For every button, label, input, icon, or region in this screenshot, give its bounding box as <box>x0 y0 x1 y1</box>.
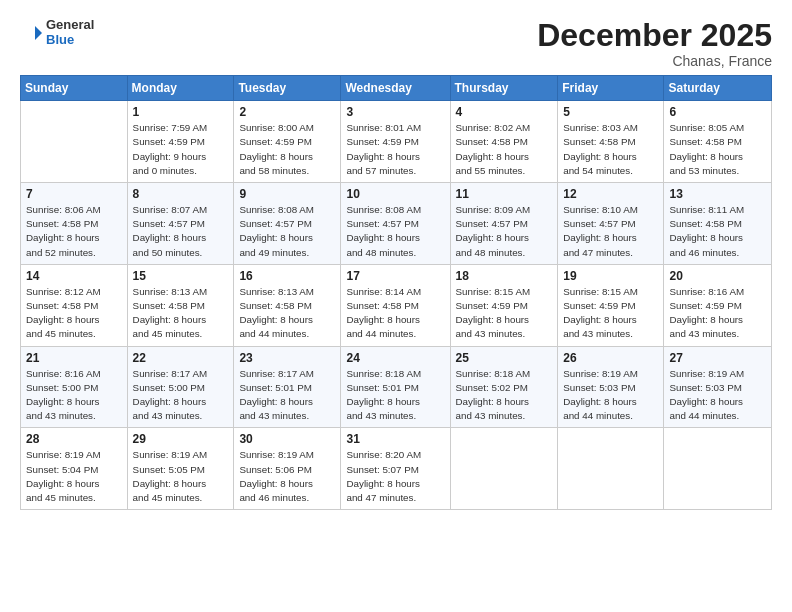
logo: General Blue <box>20 18 94 48</box>
calendar-cell: 29Sunrise: 8:19 AM Sunset: 5:05 PM Dayli… <box>127 428 234 510</box>
day-info: Sunrise: 8:20 AM Sunset: 5:07 PM Dayligh… <box>346 448 444 505</box>
day-number: 8 <box>133 187 229 201</box>
day-info: Sunrise: 8:18 AM Sunset: 5:01 PM Dayligh… <box>346 367 444 424</box>
calendar-cell: 15Sunrise: 8:13 AM Sunset: 4:58 PM Dayli… <box>127 264 234 346</box>
day-number: 28 <box>26 432 122 446</box>
day-number: 6 <box>669 105 766 119</box>
calendar-cell <box>21 101 128 183</box>
day-info: Sunrise: 8:19 AM Sunset: 5:03 PM Dayligh… <box>563 367 658 424</box>
day-info: Sunrise: 8:16 AM Sunset: 4:59 PM Dayligh… <box>669 285 766 342</box>
calendar-cell: 4Sunrise: 8:02 AM Sunset: 4:58 PM Daylig… <box>450 101 558 183</box>
calendar-cell: 11Sunrise: 8:09 AM Sunset: 4:57 PM Dayli… <box>450 183 558 265</box>
day-info: Sunrise: 8:19 AM Sunset: 5:05 PM Dayligh… <box>133 448 229 505</box>
calendar-body: 1Sunrise: 7:59 AM Sunset: 4:59 PM Daylig… <box>21 101 772 510</box>
day-number: 23 <box>239 351 335 365</box>
calendar-cell: 24Sunrise: 8:18 AM Sunset: 5:01 PM Dayli… <box>341 346 450 428</box>
weekday-header: Thursday <box>450 76 558 101</box>
day-info: Sunrise: 8:19 AM Sunset: 5:03 PM Dayligh… <box>669 367 766 424</box>
calendar-cell <box>664 428 772 510</box>
day-info: Sunrise: 8:00 AM Sunset: 4:59 PM Dayligh… <box>239 121 335 178</box>
day-number: 17 <box>346 269 444 283</box>
calendar-cell: 2Sunrise: 8:00 AM Sunset: 4:59 PM Daylig… <box>234 101 341 183</box>
calendar-cell: 30Sunrise: 8:19 AM Sunset: 5:06 PM Dayli… <box>234 428 341 510</box>
weekday-row: SundayMondayTuesdayWednesdayThursdayFrid… <box>21 76 772 101</box>
day-number: 13 <box>669 187 766 201</box>
weekday-header: Friday <box>558 76 664 101</box>
day-number: 5 <box>563 105 658 119</box>
calendar-week-row: 7Sunrise: 8:06 AM Sunset: 4:58 PM Daylig… <box>21 183 772 265</box>
day-info: Sunrise: 8:08 AM Sunset: 4:57 PM Dayligh… <box>346 203 444 260</box>
day-info: Sunrise: 8:07 AM Sunset: 4:57 PM Dayligh… <box>133 203 229 260</box>
day-info: Sunrise: 8:14 AM Sunset: 4:58 PM Dayligh… <box>346 285 444 342</box>
day-info: Sunrise: 8:01 AM Sunset: 4:59 PM Dayligh… <box>346 121 444 178</box>
day-info: Sunrise: 8:02 AM Sunset: 4:58 PM Dayligh… <box>456 121 553 178</box>
day-number: 11 <box>456 187 553 201</box>
day-info: Sunrise: 8:18 AM Sunset: 5:02 PM Dayligh… <box>456 367 553 424</box>
day-info: Sunrise: 8:10 AM Sunset: 4:57 PM Dayligh… <box>563 203 658 260</box>
calendar-cell: 8Sunrise: 8:07 AM Sunset: 4:57 PM Daylig… <box>127 183 234 265</box>
day-number: 21 <box>26 351 122 365</box>
header: General Blue December 2025 Chanas, Franc… <box>20 18 772 69</box>
calendar-cell: 10Sunrise: 8:08 AM Sunset: 4:57 PM Dayli… <box>341 183 450 265</box>
day-info: Sunrise: 8:16 AM Sunset: 5:00 PM Dayligh… <box>26 367 122 424</box>
day-number: 26 <box>563 351 658 365</box>
logo-svg <box>20 22 42 44</box>
logo-blue: Blue <box>46 33 94 48</box>
calendar-table: SundayMondayTuesdayWednesdayThursdayFrid… <box>20 75 772 510</box>
weekday-header: Wednesday <box>341 76 450 101</box>
calendar-cell: 1Sunrise: 7:59 AM Sunset: 4:59 PM Daylig… <box>127 101 234 183</box>
weekday-header: Tuesday <box>234 76 341 101</box>
day-number: 22 <box>133 351 229 365</box>
calendar-cell <box>558 428 664 510</box>
day-number: 9 <box>239 187 335 201</box>
day-info: Sunrise: 8:05 AM Sunset: 4:58 PM Dayligh… <box>669 121 766 178</box>
day-info: Sunrise: 8:17 AM Sunset: 5:00 PM Dayligh… <box>133 367 229 424</box>
calendar-cell: 19Sunrise: 8:15 AM Sunset: 4:59 PM Dayli… <box>558 264 664 346</box>
calendar-cell: 17Sunrise: 8:14 AM Sunset: 4:58 PM Dayli… <box>341 264 450 346</box>
calendar-week-row: 1Sunrise: 7:59 AM Sunset: 4:59 PM Daylig… <box>21 101 772 183</box>
weekday-header: Monday <box>127 76 234 101</box>
day-number: 18 <box>456 269 553 283</box>
day-number: 14 <box>26 269 122 283</box>
calendar-cell: 22Sunrise: 8:17 AM Sunset: 5:00 PM Dayli… <box>127 346 234 428</box>
svg-marker-0 <box>35 26 42 40</box>
calendar-cell: 7Sunrise: 8:06 AM Sunset: 4:58 PM Daylig… <box>21 183 128 265</box>
day-number: 4 <box>456 105 553 119</box>
calendar-cell: 14Sunrise: 8:12 AM Sunset: 4:58 PM Dayli… <box>21 264 128 346</box>
day-number: 1 <box>133 105 229 119</box>
day-number: 24 <box>346 351 444 365</box>
calendar-cell: 3Sunrise: 8:01 AM Sunset: 4:59 PM Daylig… <box>341 101 450 183</box>
day-info: Sunrise: 8:17 AM Sunset: 5:01 PM Dayligh… <box>239 367 335 424</box>
day-number: 31 <box>346 432 444 446</box>
day-number: 15 <box>133 269 229 283</box>
weekday-header: Saturday <box>664 76 772 101</box>
day-number: 19 <box>563 269 658 283</box>
weekday-header: Sunday <box>21 76 128 101</box>
day-info: Sunrise: 8:08 AM Sunset: 4:57 PM Dayligh… <box>239 203 335 260</box>
calendar-week-row: 14Sunrise: 8:12 AM Sunset: 4:58 PM Dayli… <box>21 264 772 346</box>
calendar-cell: 28Sunrise: 8:19 AM Sunset: 5:04 PM Dayli… <box>21 428 128 510</box>
calendar-cell: 13Sunrise: 8:11 AM Sunset: 4:58 PM Dayli… <box>664 183 772 265</box>
location: Chanas, France <box>537 53 772 69</box>
day-number: 2 <box>239 105 335 119</box>
day-number: 25 <box>456 351 553 365</box>
day-info: Sunrise: 8:06 AM Sunset: 4:58 PM Dayligh… <box>26 203 122 260</box>
day-number: 27 <box>669 351 766 365</box>
day-info: Sunrise: 8:11 AM Sunset: 4:58 PM Dayligh… <box>669 203 766 260</box>
day-info: Sunrise: 8:19 AM Sunset: 5:04 PM Dayligh… <box>26 448 122 505</box>
calendar-cell: 18Sunrise: 8:15 AM Sunset: 4:59 PM Dayli… <box>450 264 558 346</box>
calendar-cell: 12Sunrise: 8:10 AM Sunset: 4:57 PM Dayli… <box>558 183 664 265</box>
calendar-cell: 26Sunrise: 8:19 AM Sunset: 5:03 PM Dayli… <box>558 346 664 428</box>
calendar-cell <box>450 428 558 510</box>
month-title: December 2025 <box>537 18 772 53</box>
calendar-cell: 5Sunrise: 8:03 AM Sunset: 4:58 PM Daylig… <box>558 101 664 183</box>
day-info: Sunrise: 8:19 AM Sunset: 5:06 PM Dayligh… <box>239 448 335 505</box>
calendar-cell: 31Sunrise: 8:20 AM Sunset: 5:07 PM Dayli… <box>341 428 450 510</box>
calendar-week-row: 28Sunrise: 8:19 AM Sunset: 5:04 PM Dayli… <box>21 428 772 510</box>
page: General Blue December 2025 Chanas, Franc… <box>0 0 792 612</box>
day-info: Sunrise: 8:15 AM Sunset: 4:59 PM Dayligh… <box>456 285 553 342</box>
day-number: 29 <box>133 432 229 446</box>
calendar-cell: 9Sunrise: 8:08 AM Sunset: 4:57 PM Daylig… <box>234 183 341 265</box>
day-number: 16 <box>239 269 335 283</box>
calendar-header: SundayMondayTuesdayWednesdayThursdayFrid… <box>21 76 772 101</box>
